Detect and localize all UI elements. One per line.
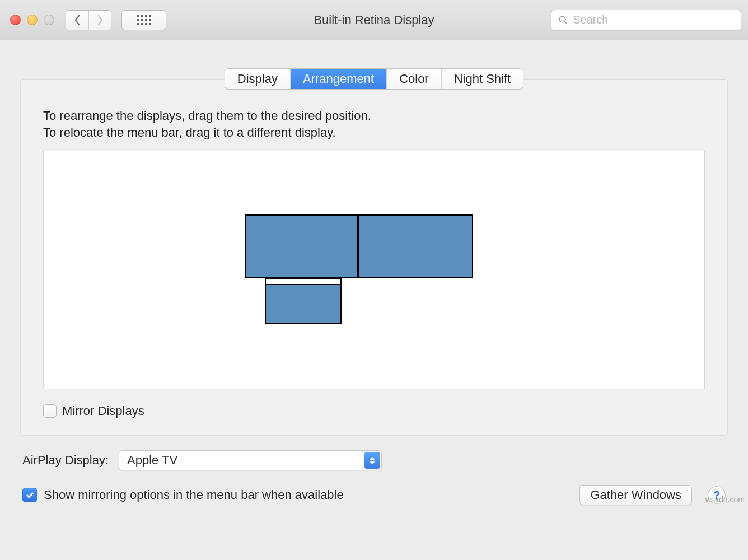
footer-area: AirPlay Display: Apple TV Show mirroring… <box>0 436 748 505</box>
display-rect-2[interactable] <box>358 214 473 278</box>
watermark-text: wsxdn.com <box>705 495 745 504</box>
display-rect-1[interactable] <box>245 214 358 278</box>
svg-line-1 <box>564 21 567 24</box>
window-controls <box>10 15 54 25</box>
nav-buttons <box>66 10 111 30</box>
show-all-prefs-button[interactable] <box>121 10 166 30</box>
back-button[interactable] <box>66 11 88 30</box>
checkmark-icon <box>25 491 34 500</box>
show-mirroring-checkbox[interactable] <box>22 488 37 502</box>
instructions-text: To rearrange the displays, drag them to … <box>43 108 705 141</box>
bottom-row: Show mirroring options in the menu bar w… <box>22 485 726 505</box>
show-mirroring-label: Show mirroring options in the menu bar w… <box>44 488 344 502</box>
search-field[interactable]: Search <box>551 10 741 31</box>
segmented-control: Display Arrangement Color Night Shift <box>225 68 523 90</box>
instruction-line-1: To rearrange the displays, drag them to … <box>43 109 371 123</box>
chevron-left-icon <box>74 15 81 26</box>
instruction-line-2: To relocate the menu bar, drag it to a d… <box>43 124 705 141</box>
select-stepper-icon <box>364 452 380 469</box>
menu-bar-indicator[interactable] <box>266 279 340 285</box>
minimize-window-button[interactable] <box>27 15 38 25</box>
titlebar-toolbar: Built-in Retina Display Search <box>0 0 748 40</box>
arrangement-panel: To rearrange the displays, drag them to … <box>20 79 728 436</box>
mirror-displays-row: Mirror Displays <box>43 404 705 418</box>
arrangement-canvas[interactable] <box>43 151 705 389</box>
tab-display[interactable]: Display <box>225 69 290 89</box>
airplay-row: AirPlay Display: Apple TV <box>22 450 726 470</box>
airplay-selected-value: Apple TV <box>127 453 177 468</box>
search-placeholder: Search <box>573 13 608 26</box>
forward-button <box>88 11 111 30</box>
mirror-displays-checkbox[interactable] <box>43 404 57 418</box>
mirror-displays-label: Mirror Displays <box>62 404 144 418</box>
tab-row: Display Arrangement Color Night Shift <box>0 68 748 90</box>
zoom-window-button <box>44 15 54 25</box>
gather-windows-button[interactable]: Gather Windows <box>579 485 692 505</box>
grid-icon <box>137 15 151 25</box>
search-icon <box>558 15 568 25</box>
display-rect-primary[interactable] <box>265 278 342 324</box>
tab-color[interactable]: Color <box>386 69 441 89</box>
airplay-select[interactable]: Apple TV <box>119 450 382 470</box>
close-window-button[interactable] <box>10 15 21 25</box>
tab-night-shift[interactable]: Night Shift <box>441 69 523 89</box>
airplay-label: AirPlay Display: <box>22 453 109 468</box>
chevron-right-icon <box>97 15 104 26</box>
tab-arrangement[interactable]: Arrangement <box>290 69 386 89</box>
svg-point-0 <box>559 16 565 22</box>
